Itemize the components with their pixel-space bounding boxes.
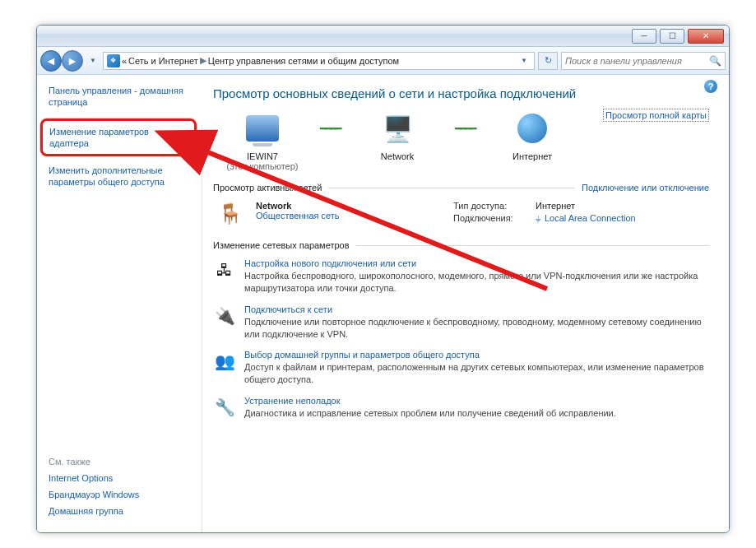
section-active-networks: Просмотр активных сетей Подключение или … [213,183,709,193]
computer-icon [243,109,282,148]
action-homegroup-link[interactable]: Выбор домашней группы и параметров общег… [244,350,709,360]
map-connector: ━━━━ [455,109,475,148]
homegroup-icon: 👥 [213,350,236,373]
action-troubleshoot-desc: Диагностика и исправление сетевых пробле… [244,407,616,420]
section-active-label: Просмотр активных сетей [213,183,322,193]
connect-disconnect-link[interactable]: Подключение или отключение [582,183,709,193]
section-change-label: Изменение сетевых параметров [213,240,350,250]
breadcrumb-dropdown-icon[interactable]: ▼ [517,57,531,64]
view-full-map-link[interactable]: Просмотр полной карты [603,109,709,122]
active-network-name: Network [256,201,340,211]
action-new-connection: 🖧 Настройка нового подключения или сети … [213,258,709,295]
main-content: ? Просмотр основных сведений о сети и на… [202,75,729,532]
action-connect-network: 🔌 Подключиться к сети Подключение или по… [213,304,709,341]
control-panel-home-link[interactable]: Панель управления - домашняя страница [49,85,202,109]
action-new-connection-desc: Настройка беспроводного, широкополосного… [244,270,709,295]
see-also-firewall[interactable]: Брандмауэр Windows [49,490,202,499]
network-icon: 🖥️ [378,109,417,148]
breadcrumb-item-center[interactable]: Центр управления сетями и общим доступом [208,56,399,66]
search-box[interactable]: 🔍 [561,52,726,70]
minimize-button[interactable]: ─ [632,29,656,44]
back-button[interactable]: ◄ [40,50,62,72]
action-homegroup: 👥 Выбор домашней группы и параметров общ… [213,350,709,386]
connections-label: Подключения: [453,213,536,223]
sidebar: Панель управления - домашняя страница Из… [37,75,202,532]
search-input[interactable] [565,56,706,66]
help-icon[interactable]: ? [704,80,717,93]
maximize-button[interactable]: ☐ [660,29,684,44]
action-connect-network-desc: Подключение или повторное подключение к … [244,316,709,341]
network-category-link[interactable]: Общественная сеть [256,211,340,221]
action-connect-network-link[interactable]: Подключиться к сети [244,304,709,314]
action-troubleshoot: 🔧 Устранение неполадок Диагностика и исп… [213,396,709,420]
network-sharing-icon: ❖ [107,54,120,67]
page-title: Просмотр основных сведений о сети и наст… [213,86,709,100]
action-troubleshoot-link[interactable]: Устранение неполадок [244,396,616,406]
access-type-label: Тип доступа: [453,201,536,211]
internet-name: Интернет [483,151,582,161]
see-also-header: См. также [49,457,202,467]
map-connector: ━━━━ [320,109,340,148]
connection-name: Local Area Connection [545,213,636,223]
section-change-settings: Изменение сетевых параметров [213,240,709,250]
sidebar-adapter-settings-link[interactable]: Изменение параметров адаптера [40,118,197,157]
pc-sub: (этот компьютер) [213,161,312,171]
breadcrumb[interactable]: ❖ « Сеть и Интернет ▶ Центр управления с… [103,52,535,70]
refresh-button[interactable]: ↻ [538,52,558,70]
content-area: Панель управления - домашняя страница Из… [37,75,729,532]
sidebar-advanced-sharing-link[interactable]: Изменить дополнительные параметры общего… [49,165,202,188]
close-button[interactable]: ✕ [688,29,724,44]
forward-button[interactable]: ► [62,50,83,72]
breadcrumb-chevron: « [122,56,127,66]
nav-arrows: ◄ ► [40,50,83,72]
section-rule [328,188,575,188]
new-connection-icon: 🖧 [213,258,236,281]
see-also-homegroup[interactable]: Домашняя группа [49,506,202,516]
troubleshoot-icon: 🔧 [213,396,236,419]
map-node-network: 🖥️ Network [348,109,447,161]
breadcrumb-item-network[interactable]: Сеть и Интернет [128,56,198,66]
access-type-value: Интернет [536,201,575,211]
search-icon: 🔍 [709,55,721,67]
active-network-block: 🪑 Network Общественная сеть Тип доступа:… [213,201,709,227]
control-panel-window: ─ ☐ ✕ ◄ ► ▼ ❖ « Сеть и Интернет ▶ Центр … [36,25,730,533]
park-bench-icon: 🪑 [213,201,248,227]
connection-link[interactable]: ⏚Local Area Connection [536,213,636,223]
history-dropdown-icon[interactable]: ▼ [86,57,100,64]
action-homegroup-desc: Доступ к файлам и принтерам, расположенн… [244,361,709,386]
sidebar-spacer [49,197,202,457]
section-rule [356,245,709,246]
connect-network-icon: 🔌 [213,304,236,327]
titlebar: ─ ☐ ✕ [37,26,729,47]
globe-icon [513,109,552,148]
network-name: Network [348,151,447,161]
network-map: IEWIN7 (этот компьютер) ━━━━ 🖥️ Network … [213,109,709,171]
breadcrumb-separator-icon: ▶ [200,55,206,66]
ethernet-icon: ⏚ [536,213,541,223]
map-node-pc: IEWIN7 (этот компьютер) [213,109,312,171]
see-also-internet-options[interactable]: Internet Options [49,473,202,483]
action-new-connection-link[interactable]: Настройка нового подключения или сети [244,258,709,268]
navbar: ◄ ► ▼ ❖ « Сеть и Интернет ▶ Центр управл… [37,47,729,75]
network-properties: Тип доступа: Интернет Подключения: ⏚Loca… [453,201,636,227]
pc-name: IEWIN7 [213,151,312,161]
map-node-internet: Интернет [483,109,582,161]
network-identity: 🪑 Network Общественная сеть [213,201,443,227]
